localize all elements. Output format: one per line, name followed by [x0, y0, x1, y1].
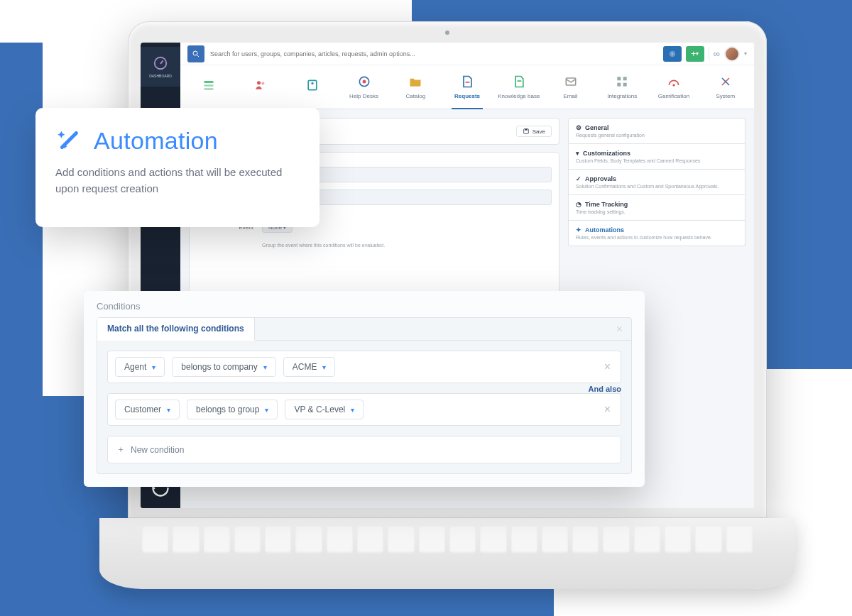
plus-icon: ＋: [116, 444, 125, 456]
condition-row-1: Customer▾ belongs to group▾ VP & C-Level…: [107, 393, 621, 426]
svg-rect-15: [308, 80, 317, 89]
save-icon: [523, 128, 530, 135]
user-menu-caret[interactable]: ▾: [744, 50, 747, 57]
hero-card: Automation Add conditions and actions th…: [36, 108, 320, 227]
gauge-icon: [153, 55, 168, 71]
tab-2[interactable]: [286, 65, 338, 109]
and-also-label: And also: [589, 385, 621, 393]
tab-helpdesks[interactable]: Help Desks: [338, 65, 390, 109]
value-chip-0[interactable]: ACME▾: [283, 357, 336, 377]
gauge-icon: [667, 75, 681, 89]
user-avatar[interactable]: [724, 46, 740, 62]
svg-rect-24: [618, 83, 621, 87]
book-icon: [512, 75, 526, 89]
conditions-heading: Conditions: [97, 301, 632, 312]
chevron-down-icon: ▾: [152, 363, 155, 371]
field-chip-agent[interactable]: Agent▾: [115, 357, 165, 377]
sidebar-time-tracking[interactable]: ◔Time Tracking Time tracking settings.: [568, 195, 746, 221]
search-button[interactable]: [187, 45, 204, 62]
profile-icon: [305, 78, 320, 92]
remove-condition-1[interactable]: ×: [601, 403, 613, 416]
sidebar-automations[interactable]: ✦Automations Rules, events and actions t…: [568, 221, 746, 246]
svg-rect-10: [204, 81, 214, 83]
chevron-down-icon: ▾: [167, 406, 170, 414]
new-condition-button[interactable]: ＋ New condition: [107, 436, 621, 463]
svg-rect-28: [525, 129, 527, 131]
sidebar-customizations[interactable]: ▾Customizations Custom Fields, Body Temp…: [568, 144, 746, 170]
mail-icon: [564, 75, 578, 89]
condition-row-0: Agent▾ belongs to company▾ ACME▾ ×: [107, 351, 621, 383]
operator-chip-0[interactable]: belongs to company▾: [172, 357, 275, 377]
rail-dashboard[interactable]: DASHBOARD: [141, 47, 180, 87]
hero-subtitle: Add conditions and actions that will be …: [55, 165, 300, 197]
clock-icon: ◔: [576, 201, 581, 208]
sidebar-approvals[interactable]: ✓Approvals Solution Confirmations and Cu…: [568, 170, 746, 195]
svg-rect-12: [204, 88, 214, 90]
svg-text:i: i: [672, 52, 672, 56]
tab-integrations[interactable]: Integrations: [596, 65, 648, 109]
wand-icon: ✦: [576, 226, 581, 233]
svg-point-7: [193, 51, 197, 55]
camera-dot: [445, 31, 449, 35]
close-condition-group[interactable]: ×: [608, 323, 631, 336]
magic-wand-icon: [55, 126, 84, 155]
gear-icon: ⚙: [576, 124, 581, 131]
tab-1[interactable]: [235, 65, 287, 109]
conditions-panel: Conditions Match all the following condi…: [84, 291, 645, 487]
hero-title: Automation: [94, 127, 218, 155]
chevron-down-icon: ▾: [265, 406, 268, 414]
operator-chip-1[interactable]: belongs to group▾: [187, 400, 278, 419]
grid-icon: [615, 75, 629, 89]
value-chip-1[interactable]: VP & C-Level▾: [285, 400, 364, 419]
chevron-down-icon: ▾: [263, 363, 267, 371]
topbar: i + ▾ ∞ ▾: [180, 43, 754, 65]
laptop-base: [99, 518, 795, 589]
topbar-add-button[interactable]: + ▾: [686, 46, 704, 62]
tab-requests[interactable]: Requests: [442, 65, 493, 109]
check-icon: ✓: [576, 175, 581, 182]
svg-point-13: [257, 81, 261, 84]
folder-icon: [408, 75, 422, 89]
remove-condition-0[interactable]: ×: [601, 361, 613, 373]
svg-point-26: [672, 84, 674, 86]
event-hint: Group the event where this conditions wi…: [262, 243, 385, 248]
chevron-down-icon: ▾: [322, 363, 326, 371]
list-icon: [202, 78, 216, 92]
filter-icon: ▾: [576, 150, 579, 157]
svg-rect-22: [618, 77, 621, 80]
global-search-input[interactable]: [209, 50, 659, 58]
rail-dashboard-label: DASHBOARD: [149, 74, 172, 78]
nav-tabs: Help Desks Catalog Requests Knowledge ba…: [180, 65, 754, 109]
tab-kb[interactable]: Knowledge base: [493, 65, 545, 109]
tab-email[interactable]: Email: [545, 65, 596, 109]
field-chip-customer[interactable]: Customer▾: [115, 400, 180, 419]
helpdesk-icon: [357, 75, 371, 89]
people-icon: [253, 78, 268, 92]
tools-icon: [719, 75, 733, 89]
save-button[interactable]: Save: [516, 126, 552, 137]
search-icon: [192, 50, 200, 58]
svg-rect-11: [204, 84, 214, 87]
link-icon[interactable]: ∞: [714, 48, 720, 59]
tab-0[interactable]: [183, 65, 235, 109]
topbar-info-button[interactable]: i: [663, 46, 682, 62]
svg-rect-20: [517, 80, 521, 82]
tab-catalog[interactable]: Catalog: [390, 65, 442, 109]
tab-system[interactable]: System: [699, 65, 751, 109]
conditions-subheading: Match all the following conditions: [97, 318, 255, 341]
svg-point-6: [153, 488, 155, 489]
svg-rect-25: [623, 83, 627, 87]
svg-point-14: [261, 82, 264, 84]
svg-rect-19: [466, 82, 470, 83]
tab-gamification[interactable]: Gamification: [648, 65, 700, 109]
svg-rect-23: [623, 77, 627, 80]
sidebar-general[interactable]: ⚙General Requests general configuration: [568, 118, 746, 144]
chevron-down-icon: ▾: [351, 406, 354, 414]
svg-point-18: [362, 80, 366, 84]
doc-icon: [460, 75, 474, 89]
svg-point-16: [311, 82, 313, 84]
